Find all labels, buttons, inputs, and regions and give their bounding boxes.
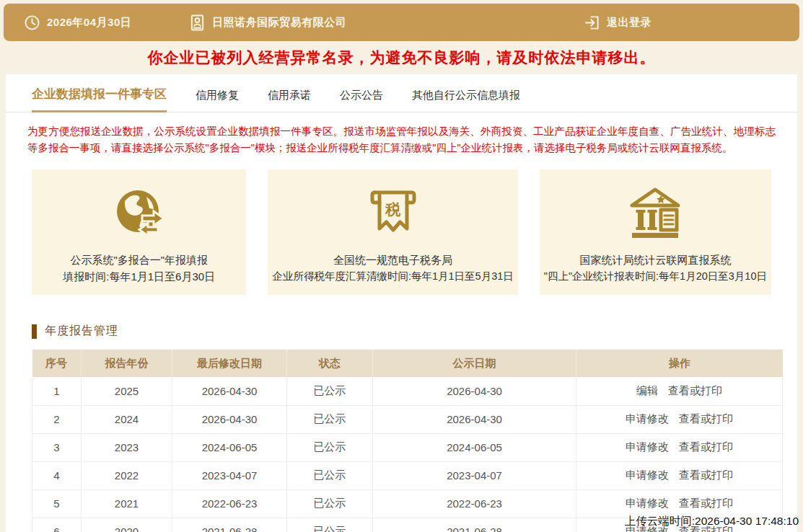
cell-no: 5 xyxy=(32,489,82,518)
cell-status: 已公示 xyxy=(286,405,373,433)
cell-published: 2023-04-07 xyxy=(373,461,576,489)
top-header: 2026年04月30日 日照诺舟国际贸易有限公司 退出登录 xyxy=(4,4,799,41)
action-link[interactable]: 查看或打印 xyxy=(679,469,733,481)
cell-no: 4 xyxy=(32,461,82,489)
report-table-body: 120252026-04-30已公示2026-04-30编辑查看或打印22024… xyxy=(32,377,783,532)
tab-other-self-disclosure[interactable]: 其他自行公示信息填报 xyxy=(412,89,520,112)
logout-label: 退出登录 xyxy=(607,16,651,30)
id-badge-icon xyxy=(189,14,206,31)
col-header-status: 状态 xyxy=(286,350,373,377)
table-row: 220242026-04-30已公示2026-04-30申请修改查看或打印 xyxy=(32,405,783,433)
section-title: 年度报告管理 xyxy=(45,324,118,339)
tab-public-announcement[interactable]: 公示公告 xyxy=(340,89,383,112)
cell-status: 已公示 xyxy=(286,518,373,532)
card-statistics-direct-report[interactable]: 国家统计局统计云联网直报系统 "四上"企业统计报表时间:每年1月20日至3月10… xyxy=(540,169,771,296)
cell-status: 已公示 xyxy=(286,377,373,405)
cell-year: 2020 xyxy=(81,518,172,532)
cell-actions: 申请修改查看或打印 xyxy=(576,405,782,433)
cell-year: 2024 xyxy=(81,405,172,433)
cell-no: 3 xyxy=(32,433,82,461)
cell-published: 2026-04-30 xyxy=(373,377,576,405)
action-link[interactable]: 查看或打印 xyxy=(679,497,733,509)
globe-trade-icon xyxy=(36,184,242,244)
col-header-modified: 最后修改日期 xyxy=(172,350,286,377)
cell-year: 2023 xyxy=(81,433,172,461)
cell-modified: 2024-06-05 xyxy=(172,433,286,461)
cell-actions: 编辑查看或打印 xyxy=(576,377,782,405)
action-link[interactable]: 申请修改 xyxy=(626,412,669,425)
tax-ribbon-icon: 税 xyxy=(272,184,513,244)
tab-enterprise-data-filing[interactable]: 企业数据填报一件事专区 xyxy=(32,86,167,112)
annual-report-section-head: 年度报告管理 xyxy=(32,324,771,339)
table-header-row: 序号 报告年份 最后修改日期 状态 公示日期 操作 xyxy=(32,350,783,377)
cell-status: 已公示 xyxy=(286,489,373,518)
cell-status: 已公示 xyxy=(286,461,373,489)
card-annual-report-filing[interactable]: 公示系统"多报合一"年报填报 填报时间:每年1月1日至6月30日 xyxy=(32,169,246,296)
table-row: 420222023-04-07已公示2023-04-07申请修改查看或打印 xyxy=(32,461,783,489)
card-line1: 公示系统"多报合一"年报填报 xyxy=(36,252,242,268)
card-electronic-tax-bureau[interactable]: 税 全国统一规范电子税务局 企业所得税年度汇算清缴时间:每年1月1日至5月31日 xyxy=(268,169,517,296)
cell-modified: 2026-04-30 xyxy=(172,377,286,405)
logout-button[interactable]: 退出登录 xyxy=(584,14,651,31)
cell-modified: 2023-04-07 xyxy=(172,461,286,489)
card-line2: 填报时间:每年1月1日至6月30日 xyxy=(36,268,242,285)
upload-cloud-time: 上传云端时间:2026-04-30 17:48:10 xyxy=(625,514,799,529)
col-header-actions: 操作 xyxy=(576,350,782,377)
cell-actions: 申请修改查看或打印 xyxy=(576,461,782,489)
annual-report-table: 序号 报告年份 最后修改日期 状态 公示日期 操作 120252026-04-3… xyxy=(32,350,783,532)
cell-no: 6 xyxy=(32,518,82,532)
cell-modified: 2022-06-23 xyxy=(172,489,286,518)
cell-published: 2024-06-05 xyxy=(373,433,576,461)
cell-published: 2026-04-30 xyxy=(373,405,576,433)
action-link[interactable]: 查看或打印 xyxy=(679,440,733,453)
cell-year: 2021 xyxy=(81,489,172,518)
tab-credit-repair[interactable]: 信用修复 xyxy=(196,89,239,112)
action-link[interactable]: 查看或打印 xyxy=(668,384,722,396)
card-line2: 企业所得税年度汇算清缴时间:每年1月1日至5月31日 xyxy=(272,268,513,284)
logout-icon xyxy=(584,14,600,31)
cell-year: 2022 xyxy=(81,461,172,489)
header-date: 2026年04月30日 xyxy=(24,14,131,31)
cell-modified: 2021-06-28 xyxy=(172,518,286,532)
notice-text: 为更方便您报送企业数据，公示系统设置企业数据填报一件事专区。报送市场监管年报以及… xyxy=(27,123,776,157)
action-link[interactable]: 申请修改 xyxy=(626,469,669,481)
col-header-no: 序号 xyxy=(32,350,82,377)
cell-year: 2025 xyxy=(81,377,172,405)
action-link[interactable]: 查看或打印 xyxy=(679,412,733,425)
cell-no: 2 xyxy=(32,405,82,433)
card-line2: "四上"企业统计报表时间:每年1月20日至3月10日 xyxy=(544,268,767,284)
cell-modified: 2026-04-30 xyxy=(172,405,286,433)
action-link[interactable]: 申请修改 xyxy=(626,440,669,453)
section-marker xyxy=(32,324,37,339)
cell-no: 1 xyxy=(32,377,82,405)
action-link[interactable]: 申请修改 xyxy=(626,497,669,509)
entry-cards: 公示系统"多报合一"年报填报 填报时间:每年1月1日至6月30日 税 全国统一规… xyxy=(32,169,771,296)
header-company: 日照诺舟国际贸易有限公司 xyxy=(189,14,346,31)
card-line1: 全国统一规范电子税务局 xyxy=(272,252,513,268)
cell-published: 2021-06-28 xyxy=(373,518,576,532)
company-name-label: 日照诺舟国际贸易有限公司 xyxy=(212,16,346,30)
tab-bar: 企业数据填报一件事专区 信用修复 信用承诺 公示公告 其他自行公示信息填报 xyxy=(6,74,797,112)
table-row: 320232024-06-05已公示2024-06-05申请修改查看或打印 xyxy=(32,433,783,461)
card-line1: 国家统计局统计云联网直报系统 xyxy=(544,252,767,268)
svg-text:税: 税 xyxy=(385,201,400,218)
col-header-year: 报告年份 xyxy=(81,350,172,377)
table-row: 120252026-04-30已公示2026-04-30编辑查看或打印 xyxy=(32,377,783,405)
clock-icon xyxy=(24,14,40,31)
header-date-label: 2026年04月30日 xyxy=(47,16,131,30)
main-panel: 企业数据填报一件事专区 信用修复 信用承诺 公示公告 其他自行公示信息填报 为更… xyxy=(6,74,797,532)
tab-credit-commitment[interactable]: 信用承诺 xyxy=(268,89,311,112)
abnormal-status-warning: 你企业已被列入经营异常名录，为避免不良影响，请及时依法申请移出。 xyxy=(0,41,803,74)
bank-building-icon xyxy=(544,184,767,244)
action-link[interactable]: 编辑 xyxy=(636,384,658,396)
cell-status: 已公示 xyxy=(286,433,373,461)
cell-actions: 申请修改查看或打印 xyxy=(576,433,782,461)
col-header-published: 公示日期 xyxy=(373,350,576,377)
cell-published: 2022-06-23 xyxy=(373,489,576,518)
